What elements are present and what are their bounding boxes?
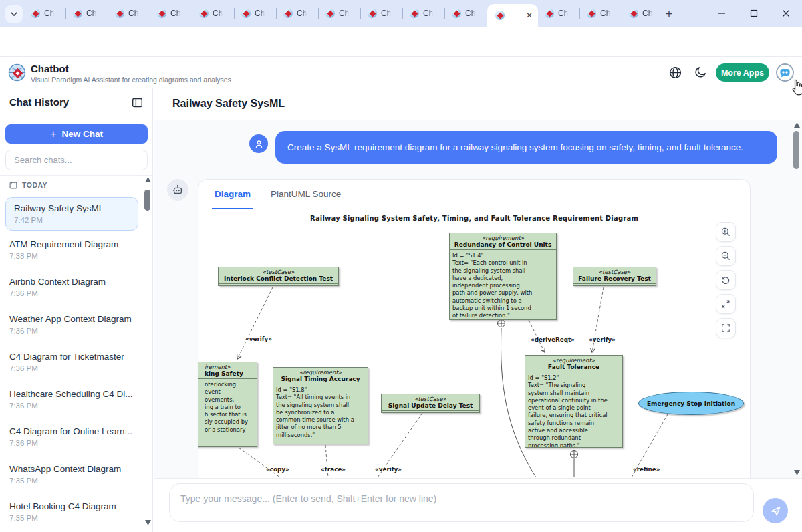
browser-tab[interactable]: Ch <box>108 0 150 27</box>
browser-tab[interactable]: Ch <box>538 0 580 27</box>
chat-history-item[interactable]: ATM Requirement Diagram 7:38 PM <box>5 239 138 260</box>
chat-item-title: C4 Diagram for Online Learn... <box>9 426 138 436</box>
edge-label-verify: «verify» <box>375 466 402 473</box>
visual-paradigm-favicon <box>495 11 505 20</box>
chat-history-item[interactable]: C4 Diagram for Ticketmaster 7:36 PM <box>5 352 138 372</box>
edge-label-refine: «refine» <box>633 466 660 473</box>
chat-item-title: Railway Safety SysML <box>14 203 130 213</box>
diagram-fullscreen-button[interactable] <box>716 318 736 338</box>
chat-item-time: 7:36 PM <box>9 327 138 335</box>
anchor-cross-icon <box>571 451 578 458</box>
browser-tab[interactable]: Ch <box>150 0 192 27</box>
visual-paradigm-favicon <box>545 9 554 18</box>
conversation-title: Railway Safety SysML <box>172 98 285 110</box>
chat-item-time: 7:35 PM <box>9 477 138 485</box>
browser-tab[interactable]: Ch <box>235 0 277 27</box>
usecase-ellipse-emergency-stop-initiation: Emergency Stop Initiation <box>638 392 744 415</box>
diagram-zoom-in-button[interactable] <box>716 222 736 242</box>
tab-diagram[interactable]: Diagram <box>215 180 251 209</box>
sidebar-scrollbar-thumb[interactable] <box>144 190 150 211</box>
minimize-icon <box>718 9 726 17</box>
chat-history-item[interactable]: Healthcare Scheduling C4 Di... 7:36 PM <box>5 389 138 410</box>
collapse-sidebar-icon[interactable] <box>132 97 143 108</box>
chat-history-item[interactable]: Airbnb Context Diagram 7:36 PM <box>5 277 138 297</box>
visual-paradigm-favicon <box>368 9 377 18</box>
browser-tab[interactable]: Ch <box>580 0 622 27</box>
new-tab-button[interactable]: + <box>660 5 678 23</box>
chat-scroll-up-icon[interactable] <box>794 122 800 128</box>
chat-scroll-down-icon[interactable] <box>794 470 800 475</box>
zoom-in-icon <box>720 227 731 237</box>
sidebar-scroll-down-icon[interactable] <box>145 520 151 525</box>
user-icon <box>254 139 264 149</box>
visual-paradigm-favicon <box>73 9 82 18</box>
window-minimize-button[interactable] <box>706 0 738 27</box>
chat-section-header: TODAY <box>9 181 47 189</box>
chat-item-title: Weather App Context Diagram <box>9 314 138 324</box>
robot-icon <box>172 184 184 196</box>
browser-tabs: Ch Ch Ch Ch Ch Ch Ch Ch Ch Ch Ch ✕ Ch Ch… <box>24 0 664 27</box>
chat-history-item[interactable]: Hotel Booking C4 Diagram 7:35 PM <box>5 501 138 522</box>
edge-label-derivereqt: «deriveReqt» <box>531 336 575 343</box>
chat-item-title: WhatsApp Context Diagram <box>9 464 138 474</box>
dark-mode-moon-icon[interactable] <box>694 65 707 79</box>
chat-history-item[interactable]: Weather App Context Diagram 7:36 PM <box>5 314 138 335</box>
diagram-zoom-out-button[interactable] <box>716 246 736 266</box>
bot-response-card: Diagram PlantUML Source Railway Signalin… <box>198 179 751 478</box>
visual-paradigm-favicon <box>283 9 293 18</box>
visual-paradigm-favicon <box>629 9 638 18</box>
chat-history-item-selected[interactable]: Railway Safety SysML 7:42 PM <box>5 197 138 231</box>
window-close-button[interactable] <box>770 0 802 27</box>
diagram-viewport[interactable]: Railway Signaling System Safety, Timing,… <box>198 210 750 478</box>
chat-item-time: 7:36 PM <box>9 402 138 410</box>
chat-history-item[interactable]: WhatsApp Context Diagram 7:35 PM <box>5 464 138 485</box>
search-chats-input[interactable] <box>5 150 148 170</box>
browser-tab[interactable]: Ch <box>361 0 403 27</box>
chevron-down-icon <box>10 10 18 18</box>
chat-item-time: 7:36 PM <box>9 439 138 447</box>
language-globe-icon[interactable] <box>668 65 682 80</box>
hand-cursor <box>789 79 802 98</box>
tab-close-icon[interactable]: ✕ <box>526 11 533 19</box>
calendar-icon <box>9 181 17 189</box>
chat-item-time: 7:38 PM <box>9 252 138 260</box>
window-maximize-button[interactable] <box>738 0 770 27</box>
browser-tab[interactable]: Ch <box>66 0 108 27</box>
zoom-out-icon <box>720 251 731 261</box>
app-header: Chatbot Visual Paradigm AI Assistant for… <box>0 57 802 88</box>
edge-label-verify: «verify» <box>589 336 616 343</box>
browser-tab[interactable]: Ch <box>403 0 445 27</box>
new-chat-button[interactable]: + New Chat <box>5 124 148 144</box>
message-input[interactable] <box>169 483 754 522</box>
requirement-box-fault-tolerance: «requirement» Fault Tolerance Id = "S1.2… <box>525 355 623 448</box>
visual-paradigm-favicon <box>587 9 596 18</box>
card-tabs: Diagram PlantUML Source <box>198 180 750 209</box>
edge-label-trace: «trace» <box>321 466 346 473</box>
chat-item-time: 7:36 PM <box>9 364 138 372</box>
chat-item-title: Hotel Booking C4 Diagram <box>9 501 138 511</box>
chat-history-item[interactable]: C4 Diagram for Online Learn... 7:36 PM <box>5 426 138 447</box>
more-apps-button[interactable]: More Apps <box>716 63 769 82</box>
browser-tab[interactable]: Ch <box>277 0 319 27</box>
browser-tab[interactable]: Ch <box>622 0 664 27</box>
browser-toolbar: ai-toolbox.visual-paradigm.com/app/chatb… <box>0 27 802 57</box>
sidebar-scroll-up-icon[interactable] <box>145 177 151 182</box>
diagram-expand-button[interactable] <box>716 294 736 314</box>
browser-tab[interactable]: Ch <box>445 0 487 27</box>
plus-icon: + <box>50 128 56 140</box>
app-title: Chatbot <box>31 63 69 74</box>
tab-plantuml-source[interactable]: PlantUML Source <box>271 180 341 209</box>
send-button[interactable] <box>763 498 788 523</box>
chat-history-sidebar: Chat History + New Chat TODAY Railway Sa… <box>0 88 153 532</box>
tab-search-chevron-button[interactable] <box>5 5 23 23</box>
sidebar-title: Chat History <box>9 96 69 108</box>
message-input-area <box>154 478 802 532</box>
browser-tab[interactable]: Ch <box>24 0 66 27</box>
user-avatar <box>249 134 268 153</box>
browser-tab[interactable]: Ch <box>192 0 235 27</box>
chat-item-title: C4 Diagram for Ticketmaster <box>9 352 138 362</box>
diagram-reset-view-button[interactable] <box>716 270 736 290</box>
chat-scrollbar-thumb[interactable] <box>793 131 799 169</box>
browser-tab-active[interactable]: ✕ <box>487 4 538 27</box>
browser-tab[interactable]: Ch <box>319 0 361 27</box>
